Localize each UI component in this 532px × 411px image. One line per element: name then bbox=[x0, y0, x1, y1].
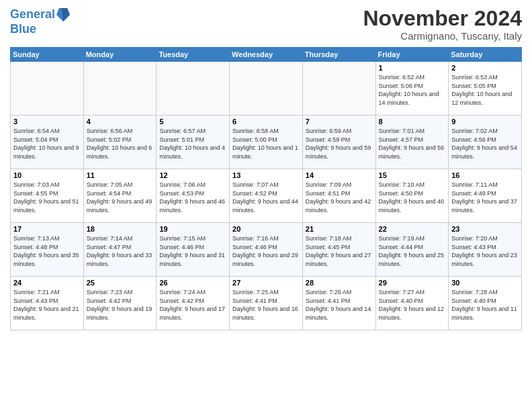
day-number: 6 bbox=[232, 118, 300, 126]
day-number: 17 bbox=[13, 225, 81, 233]
day-number: 16 bbox=[451, 171, 519, 179]
day-cell: 10Sunrise: 7:03 AM Sunset: 4:55 PM Dayli… bbox=[11, 169, 84, 223]
day-cell: 18Sunrise: 7:14 AM Sunset: 4:47 PM Dayli… bbox=[83, 223, 157, 277]
day-cell: 23Sunrise: 7:20 AM Sunset: 4:43 PM Dayli… bbox=[449, 223, 522, 277]
day-number: 25 bbox=[87, 279, 154, 287]
day-number: 26 bbox=[159, 279, 226, 287]
day-number: 12 bbox=[159, 171, 226, 179]
day-info: Sunrise: 7:01 AM Sunset: 4:57 PM Dayligh… bbox=[379, 127, 446, 161]
day-cell: 4Sunrise: 6:56 AM Sunset: 5:02 PM Daylig… bbox=[83, 116, 157, 169]
day-cell bbox=[11, 62, 84, 116]
day-cell: 22Sunrise: 7:19 AM Sunset: 4:44 PM Dayli… bbox=[375, 223, 449, 277]
day-number: 19 bbox=[159, 225, 226, 233]
day-number: 11 bbox=[87, 171, 154, 179]
day-number: 5 bbox=[159, 118, 226, 126]
day-number: 29 bbox=[379, 279, 446, 287]
month-title: November 2024 bbox=[363, 7, 522, 30]
day-number: 2 bbox=[451, 64, 519, 72]
day-info: Sunrise: 7:06 AM Sunset: 4:53 PM Dayligh… bbox=[159, 181, 226, 214]
col-saturday: Saturday bbox=[449, 48, 522, 62]
day-info: Sunrise: 6:52 AM Sunset: 5:06 PM Dayligh… bbox=[379, 73, 446, 107]
day-cell: 9Sunrise: 7:02 AM Sunset: 4:56 PM Daylig… bbox=[449, 116, 522, 169]
calendar-table: Sunday Monday Tuesday Wednesday Thursday… bbox=[10, 47, 522, 330]
day-info: Sunrise: 6:57 AM Sunset: 5:01 PM Dayligh… bbox=[159, 127, 226, 161]
day-info: Sunrise: 7:16 AM Sunset: 4:46 PM Dayligh… bbox=[232, 234, 300, 268]
day-info: Sunrise: 7:15 AM Sunset: 4:46 PM Dayligh… bbox=[159, 234, 226, 268]
day-cell: 2Sunrise: 6:53 AM Sunset: 5:05 PM Daylig… bbox=[449, 62, 522, 116]
week-row-4: 17Sunrise: 7:13 AM Sunset: 4:48 PM Dayli… bbox=[11, 223, 522, 277]
header: General Blue November 2024 Carmignano, T… bbox=[10, 7, 522, 42]
week-row-1: 1Sunrise: 6:52 AM Sunset: 5:06 PM Daylig… bbox=[11, 62, 522, 116]
title-section: November 2024 Carmignano, Tuscany, Italy bbox=[363, 7, 522, 42]
day-info: Sunrise: 7:09 AM Sunset: 4:51 PM Dayligh… bbox=[306, 181, 373, 214]
day-info: Sunrise: 7:10 AM Sunset: 4:50 PM Dayligh… bbox=[379, 181, 446, 214]
day-cell: 30Sunrise: 7:28 AM Sunset: 4:40 PM Dayli… bbox=[449, 277, 522, 330]
day-info: Sunrise: 7:24 AM Sunset: 4:42 PM Dayligh… bbox=[159, 288, 226, 322]
day-number: 18 bbox=[87, 225, 154, 233]
day-cell: 16Sunrise: 7:11 AM Sunset: 4:49 PM Dayli… bbox=[449, 169, 522, 223]
col-friday: Friday bbox=[375, 48, 449, 62]
day-number: 9 bbox=[451, 118, 519, 126]
col-sunday: Sunday bbox=[11, 48, 84, 62]
day-number: 13 bbox=[232, 171, 300, 179]
logo: General Blue bbox=[10, 7, 70, 36]
logo-text-line2: Blue bbox=[10, 23, 70, 36]
day-cell: 26Sunrise: 7:24 AM Sunset: 4:42 PM Dayli… bbox=[157, 277, 230, 330]
logo-icon bbox=[56, 7, 70, 23]
day-info: Sunrise: 7:03 AM Sunset: 4:55 PM Dayligh… bbox=[13, 181, 81, 214]
col-monday: Monday bbox=[83, 48, 157, 62]
header-row: Sunday Monday Tuesday Wednesday Thursday… bbox=[11, 48, 522, 62]
day-cell: 19Sunrise: 7:15 AM Sunset: 4:46 PM Dayli… bbox=[157, 223, 230, 277]
day-cell: 28Sunrise: 7:26 AM Sunset: 4:41 PM Dayli… bbox=[302, 277, 375, 330]
day-info: Sunrise: 7:25 AM Sunset: 4:41 PM Dayligh… bbox=[232, 288, 300, 322]
day-info: Sunrise: 7:07 AM Sunset: 4:52 PM Dayligh… bbox=[232, 181, 300, 214]
day-cell bbox=[83, 62, 157, 116]
logo-text-line1: General bbox=[10, 8, 55, 21]
day-number: 4 bbox=[87, 118, 154, 126]
day-cell: 15Sunrise: 7:10 AM Sunset: 4:50 PM Dayli… bbox=[375, 169, 449, 223]
col-wednesday: Wednesday bbox=[230, 48, 303, 62]
svg-marker-1 bbox=[62, 8, 70, 21]
day-cell: 14Sunrise: 7:09 AM Sunset: 4:51 PM Dayli… bbox=[302, 169, 375, 223]
day-number: 1 bbox=[379, 64, 446, 72]
day-number: 15 bbox=[379, 171, 446, 179]
day-info: Sunrise: 7:14 AM Sunset: 4:47 PM Dayligh… bbox=[87, 234, 154, 268]
day-number: 21 bbox=[306, 225, 373, 233]
day-cell: 8Sunrise: 7:01 AM Sunset: 4:57 PM Daylig… bbox=[375, 116, 449, 169]
day-number: 3 bbox=[13, 118, 81, 126]
day-number: 27 bbox=[232, 279, 300, 287]
day-info: Sunrise: 7:23 AM Sunset: 4:42 PM Dayligh… bbox=[87, 288, 154, 322]
day-info: Sunrise: 7:11 AM Sunset: 4:49 PM Dayligh… bbox=[451, 181, 519, 214]
day-cell: 3Sunrise: 6:54 AM Sunset: 5:04 PM Daylig… bbox=[11, 116, 84, 169]
day-cell bbox=[302, 62, 375, 116]
day-cell: 12Sunrise: 7:06 AM Sunset: 4:53 PM Dayli… bbox=[157, 169, 230, 223]
day-cell: 24Sunrise: 7:21 AM Sunset: 4:43 PM Dayli… bbox=[11, 277, 84, 330]
day-info: Sunrise: 6:53 AM Sunset: 5:05 PM Dayligh… bbox=[451, 73, 519, 107]
col-thursday: Thursday bbox=[302, 48, 375, 62]
day-info: Sunrise: 7:28 AM Sunset: 4:40 PM Dayligh… bbox=[451, 288, 519, 322]
day-cell: 27Sunrise: 7:25 AM Sunset: 4:41 PM Dayli… bbox=[230, 277, 303, 330]
day-cell: 1Sunrise: 6:52 AM Sunset: 5:06 PM Daylig… bbox=[375, 62, 449, 116]
day-info: Sunrise: 7:21 AM Sunset: 4:43 PM Dayligh… bbox=[13, 288, 81, 322]
day-cell: 5Sunrise: 6:57 AM Sunset: 5:01 PM Daylig… bbox=[157, 116, 230, 169]
day-cell: 11Sunrise: 7:05 AM Sunset: 4:54 PM Dayli… bbox=[83, 169, 157, 223]
day-info: Sunrise: 7:20 AM Sunset: 4:43 PM Dayligh… bbox=[451, 234, 519, 268]
day-cell bbox=[157, 62, 230, 116]
day-cell bbox=[230, 62, 303, 116]
day-number: 22 bbox=[379, 225, 446, 233]
day-number: 14 bbox=[306, 171, 373, 179]
day-info: Sunrise: 7:19 AM Sunset: 4:44 PM Dayligh… bbox=[379, 234, 446, 268]
week-row-5: 24Sunrise: 7:21 AM Sunset: 4:43 PM Dayli… bbox=[11, 277, 522, 330]
day-cell: 21Sunrise: 7:18 AM Sunset: 4:45 PM Dayli… bbox=[302, 223, 375, 277]
day-info: Sunrise: 6:58 AM Sunset: 5:00 PM Dayligh… bbox=[232, 127, 300, 161]
day-cell: 25Sunrise: 7:23 AM Sunset: 4:42 PM Dayli… bbox=[83, 277, 157, 330]
day-number: 7 bbox=[306, 118, 373, 126]
day-info: Sunrise: 7:02 AM Sunset: 4:56 PM Dayligh… bbox=[451, 127, 519, 161]
day-info: Sunrise: 7:13 AM Sunset: 4:48 PM Dayligh… bbox=[13, 234, 81, 268]
week-row-2: 3Sunrise: 6:54 AM Sunset: 5:04 PM Daylig… bbox=[11, 116, 522, 169]
day-cell: 17Sunrise: 7:13 AM Sunset: 4:48 PM Dayli… bbox=[11, 223, 84, 277]
day-info: Sunrise: 7:18 AM Sunset: 4:45 PM Dayligh… bbox=[306, 234, 373, 268]
day-cell: 7Sunrise: 6:59 AM Sunset: 4:59 PM Daylig… bbox=[302, 116, 375, 169]
day-cell: 6Sunrise: 6:58 AM Sunset: 5:00 PM Daylig… bbox=[230, 116, 303, 169]
day-info: Sunrise: 7:26 AM Sunset: 4:41 PM Dayligh… bbox=[306, 288, 373, 322]
